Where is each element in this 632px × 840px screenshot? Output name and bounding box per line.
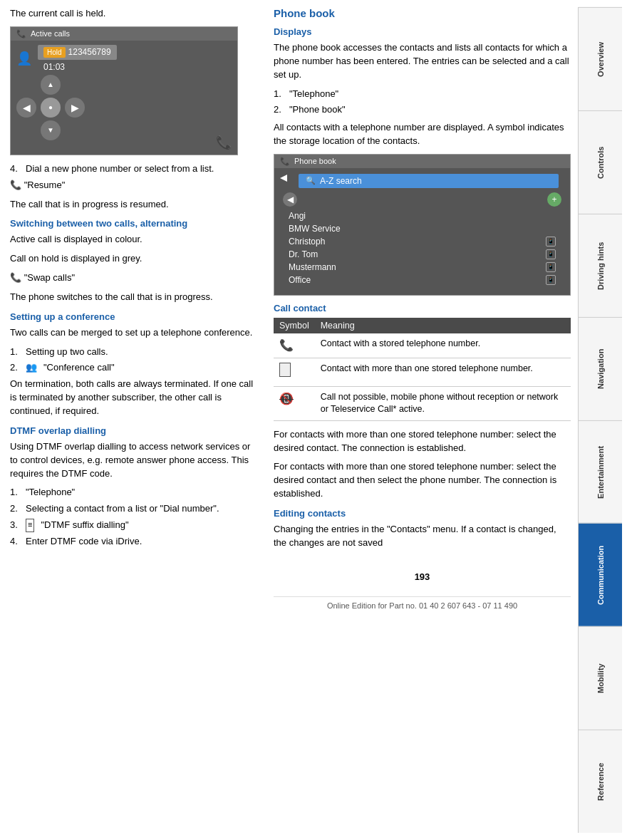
- resume-label: "Resume": [24, 180, 66, 190]
- sidebar-tab-communication[interactable]: Communication: [579, 523, 622, 626]
- active-calls-screen: 📞 Active calls 👤 Hold 123456789 01:03: [10, 26, 238, 155]
- bottom-icon: 📞: [216, 135, 232, 150]
- phonebook-screen: 📞 Phone book 🔍 A-Z search: [274, 154, 571, 296]
- screen-title: Active calls: [31, 29, 70, 38]
- call-timer: 01:03: [43, 62, 65, 72]
- main-content: The current call is held. 📞 Active calls…: [0, 0, 632, 840]
- right-column: Phone book Displays The phone book acces…: [274, 7, 578, 833]
- screen-content: 👤 Hold 123456789 01:03 ◀ ▲ ●: [11, 41, 237, 155]
- swap-label-row: 📞 "Swap calls": [10, 271, 259, 285]
- call-contact-row: 📞Contact with a stored telephone number.: [274, 333, 571, 358]
- call-number: 123456789: [68, 47, 111, 57]
- intro-text: The current call is held.: [10, 7, 259, 21]
- hold-call-text: Call on hold is displayed in grey.: [10, 252, 259, 266]
- pb-contact-list: AngiBMW ServiceChristoph📱Dr. Tom📱Musterm…: [280, 208, 564, 291]
- dtmf-step-4: 4. Enter DTMF code via iDrive.: [10, 535, 259, 549]
- swap-label: "Swap calls": [24, 272, 75, 283]
- after-table-1: For contacts with more than one stored t…: [274, 428, 571, 455]
- conference-desc: Two calls can be merged to set up a tele…: [10, 326, 259, 340]
- call-contact-heading: Call contact: [274, 303, 571, 313]
- pb-contact-name: BMW Service: [289, 224, 341, 234]
- pb-contact-icon: 📱: [546, 275, 556, 285]
- pb-contact-item[interactable]: Christoph📱: [286, 235, 559, 248]
- section-conference-heading: Setting up a conference: [10, 311, 259, 322]
- pb-search-label: A-Z search: [320, 176, 362, 186]
- dtmf-step-3: 3. ≡ "DTMF suffix dialling": [10, 519, 259, 532]
- resume-label-row: 📞 "Resume": [10, 179, 259, 192]
- pb-icon: 📞: [280, 157, 290, 166]
- call-info: Hold 123456789 01:03: [38, 45, 117, 72]
- step-4-num: 4.: [10, 162, 21, 176]
- sidebar-tab-controls[interactable]: Controls: [579, 110, 622, 214]
- phone-icon: 📞: [16, 29, 26, 38]
- symbol-rect: [279, 363, 291, 377]
- editing-contacts-heading: Editing contacts: [274, 508, 571, 519]
- row-symbol: [274, 358, 315, 386]
- sidebar-tab-driving-hints[interactable]: Driving hints: [579, 214, 622, 317]
- nav-right-btn[interactable]: ▶: [65, 98, 85, 118]
- nav-down-btn[interactable]: ▼: [41, 120, 61, 140]
- sidebar-tabs: OverviewControlsDriving hintsNavigationE…: [578, 7, 622, 833]
- nav-center-btn[interactable]: ●: [41, 98, 61, 118]
- call-contact-row: 📵Call not possible, mobile phone without…: [274, 386, 571, 420]
- section-dtmf-heading: DTMF overlap dialling: [10, 425, 259, 436]
- pb-arrow: [280, 174, 289, 185]
- col-meaning: Meaning: [315, 318, 571, 333]
- sidebar-tab-reference[interactable]: Reference: [579, 730, 622, 833]
- termination-desc: On termination, both calls are always te…: [10, 378, 259, 418]
- row-symbol: 📞: [274, 333, 315, 358]
- pb-contact-name: Office: [289, 275, 311, 285]
- displays-desc: The phone book accesses the contacts and…: [274, 41, 571, 82]
- sidebar-tab-entertainment[interactable]: Entertainment: [579, 420, 622, 524]
- pb-contact-item[interactable]: Office📱: [286, 274, 559, 286]
- row-symbol: 📵: [274, 386, 315, 420]
- phone-inline-icon: 📞: [10, 180, 21, 190]
- sidebar-tab-navigation[interactable]: Navigation: [579, 317, 622, 420]
- displays-step-2: 2. "Phone book": [274, 103, 571, 117]
- pb-contact-icon: 📱: [546, 249, 556, 259]
- pb-nav-right[interactable]: +: [547, 192, 561, 207]
- dtmf-icon: ≡: [26, 519, 34, 532]
- row-meaning: Contact with a stored telephone number.: [315, 333, 571, 358]
- phone-swap-icon: 📞: [10, 272, 21, 283]
- step-4-text: Dial a new phone number or select from a…: [26, 162, 214, 176]
- pb-nav-left[interactable]: ◀: [283, 192, 297, 207]
- sidebar-tab-overview[interactable]: Overview: [579, 7, 622, 110]
- pb-title-text: Phone book: [294, 157, 336, 165]
- section-switching-heading: Switching between two calls, alternating: [10, 218, 259, 229]
- conf-step-1: 1. Setting up two calls.: [10, 346, 259, 359]
- call-contact-row: Contact with more than one stored teleph…: [274, 358, 571, 386]
- search-icon: 🔍: [306, 176, 316, 185]
- swap-desc: The phone switches to the call that is i…: [10, 291, 259, 304]
- page-number: 193: [274, 571, 571, 582]
- displays-step-1: 1. "Telephone": [274, 88, 571, 101]
- nav-left-btn[interactable]: ◀: [16, 98, 36, 118]
- after-table-2: For contacts with more than one stored t…: [274, 460, 571, 501]
- after-steps-text: All contacts with a telephone number are…: [274, 121, 571, 148]
- pb-contact-name: Angi: [289, 211, 306, 221]
- pb-nav-row: ◀ +: [280, 191, 564, 208]
- footer-area: 193 Online Edition for Part no. 01 40 2 …: [274, 571, 571, 610]
- symbol-phone: 📞: [279, 339, 294, 351]
- editing-contacts-desc: Changing the entries in the "Contacts" m…: [274, 523, 571, 550]
- dtmf-step-2: 2. Selecting a contact from a list or "D…: [10, 502, 259, 516]
- pb-contact-item[interactable]: Mustermann📱: [286, 261, 559, 274]
- pb-contact-icon: 📱: [546, 262, 556, 272]
- pb-contact-item[interactable]: Angi: [286, 209, 559, 222]
- left-column: The current call is held. 📞 Active calls…: [10, 7, 274, 833]
- pb-contact-icon: 📱: [546, 237, 556, 247]
- dtmf-desc: Using DTMF overlap dialling to access ne…: [10, 440, 259, 481]
- dtmf-step-1: 1. "Telephone": [10, 486, 259, 499]
- pb-contact-item[interactable]: Dr. Tom📱: [286, 248, 559, 261]
- row-meaning: Contact with more than one stored teleph…: [315, 358, 571, 386]
- pb-contact-name: Christoph: [289, 237, 325, 247]
- active-call-text: Active call is displayed in colour.: [10, 233, 259, 247]
- nav-up-btn[interactable]: ▲: [41, 75, 61, 95]
- resume-desc: The call that is in progress is resumed.: [10, 198, 259, 212]
- pb-contact-name: Mustermann: [289, 262, 336, 272]
- conf-icon: 👥: [26, 361, 37, 375]
- sidebar-tab-mobility[interactable]: Mobility: [579, 626, 622, 730]
- svg-marker-0: [280, 175, 287, 182]
- pb-contact-item[interactable]: BMW Service: [286, 222, 559, 235]
- pb-search-bar[interactable]: 🔍 A-Z search: [299, 174, 559, 188]
